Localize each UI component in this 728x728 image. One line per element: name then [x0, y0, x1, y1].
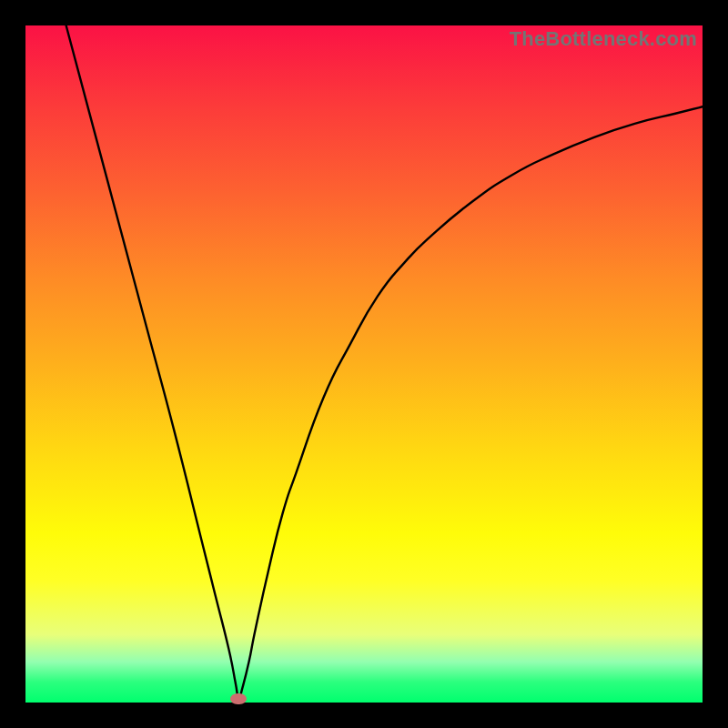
plot-area: TheBottleneck.com: [25, 25, 703, 703]
bottleneck-curve: [66, 25, 703, 700]
curve-svg: [25, 25, 703, 703]
chart-frame: TheBottleneck.com: [0, 0, 728, 728]
optimal-point-marker: [230, 693, 247, 704]
